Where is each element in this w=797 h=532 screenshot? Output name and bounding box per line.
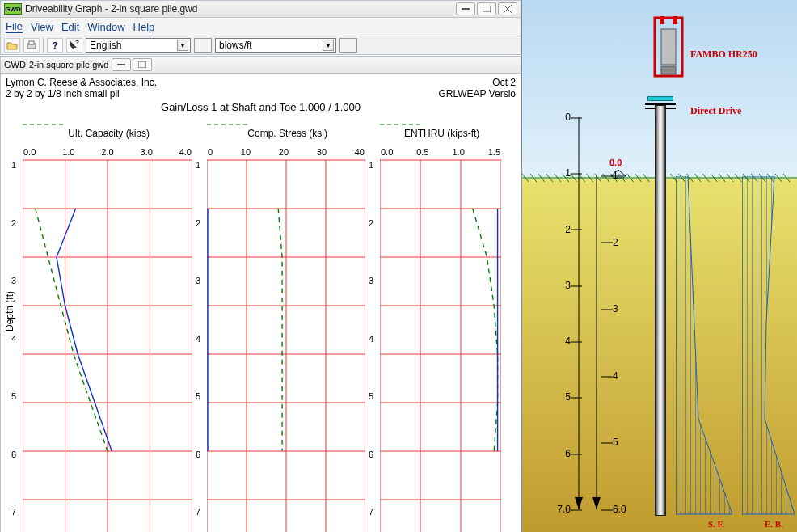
context-help-icon[interactable]: ?: [66, 38, 82, 53]
menu-window[interactable]: Window: [87, 21, 124, 33]
x-tick: 20: [279, 147, 289, 157]
minimize-button[interactable]: [456, 2, 475, 15]
x-tick: 4.0: [179, 147, 192, 157]
y-tick: 7: [369, 507, 373, 517]
y-tick: 3: [369, 276, 373, 285]
y-tick: 2: [11, 218, 16, 228]
company-label: Lymon C. Reese & Associates, Inc.: [6, 77, 157, 88]
ruler-tick: 6: [555, 448, 582, 459]
x-tick: 1.5: [488, 147, 500, 157]
chart-2: ENTHRU (kips-ft)0.00.51.01.512345678: [380, 120, 501, 532]
y-tick: 3: [196, 276, 200, 285]
chart-0: Ult. Capacity (kips)0.01.02.03.04.012345…: [23, 120, 192, 532]
svg-rect-56: [661, 29, 676, 65]
chart-1: Comp. Stress (ksi)01020304012345678: [207, 120, 365, 532]
open-icon[interactable]: [4, 38, 20, 53]
app-badge: GWD: [4, 3, 22, 15]
svg-text:?: ?: [75, 40, 79, 46]
ruler-tick: 1: [555, 167, 582, 179]
language-combo[interactable]: English ▾: [86, 38, 191, 53]
hammer-icon: [652, 16, 685, 94]
ruler-tick: 4: [555, 336, 582, 347]
cushion-icon: [647, 96, 673, 101]
y-tick: 3: [11, 276, 16, 285]
y-tick: 2: [196, 218, 200, 228]
y-tick: 5: [369, 391, 373, 401]
svg-marker-95: [592, 497, 601, 509]
svg-rect-8: [138, 61, 146, 68]
date-label: Oct 2: [492, 77, 516, 88]
svg-rect-0: [462, 8, 470, 10]
menu-edit[interactable]: Edit: [61, 21, 79, 33]
svg-marker-113: [742, 176, 795, 514]
x-tick: 1.0: [452, 147, 464, 157]
child-badge: GWD: [4, 60, 26, 70]
child-title: 2-in square pile.gwd: [29, 60, 108, 70]
x-tick: 10: [241, 147, 251, 157]
x-tick: 40: [355, 147, 365, 157]
svg-rect-54: [660, 16, 664, 24]
units-combo[interactable]: blows/ft ▾: [215, 38, 336, 53]
y-tick: 1: [369, 160, 373, 170]
chevron-down-icon: ▾: [177, 40, 188, 51]
y-tick: 4: [369, 334, 373, 344]
hammer-label: FAMBO HR250: [690, 49, 757, 61]
toolbar: ? ? English ▾ blows/ft ▾: [0, 36, 521, 55]
child-titlebar: GWD 2-in square pile.gwd: [0, 56, 521, 74]
y-tick: 5: [11, 391, 16, 401]
x-tick: 0: [208, 147, 213, 157]
ruler-tick: 5: [601, 437, 618, 448]
chart-title: ENTHRU (kips-ft): [404, 128, 479, 139]
chevron-down-icon: ▾: [323, 40, 334, 51]
ruler-tick: 3: [555, 280, 582, 291]
x-tick: 0.5: [416, 147, 428, 157]
x-tick: 3.0: [141, 147, 153, 157]
svg-rect-1: [483, 6, 491, 12]
print-icon[interactable]: [23, 38, 40, 53]
window-title: Driveability Graph - 2-in square pile.gw…: [25, 3, 453, 15]
ruler-tick: 5: [555, 391, 582, 403]
y-tick: 2: [369, 218, 373, 228]
toolbar-btn-1[interactable]: [194, 38, 212, 53]
y-tick: 1: [11, 160, 16, 170]
x-tick: 0.0: [381, 147, 393, 157]
y-tick: 7: [11, 507, 16, 517]
chart-area: Lymon C. Reese & Associates, Inc. Oct 2 …: [0, 74, 521, 532]
x-tick: 30: [317, 147, 327, 157]
menu-view[interactable]: View: [31, 21, 53, 33]
chart-title: Comp. Stress (ksi): [247, 128, 327, 139]
maximize-button[interactable]: [477, 2, 496, 15]
diagram-pane: FAMBO HR250 Direct Drive 0.0 01234567.0 …: [521, 0, 797, 532]
x-tick: 1.0: [62, 147, 74, 157]
toolbar-btn-2[interactable]: [339, 38, 357, 53]
sf-plot: [676, 176, 732, 516]
close-button[interactable]: [498, 2, 517, 15]
menu-help[interactable]: Help: [133, 21, 155, 33]
ruler-tick: 3: [601, 303, 618, 315]
drive-label: Direct Drive: [690, 105, 741, 117]
child-minimize-button[interactable]: [112, 58, 131, 71]
y-tick: 4: [11, 334, 16, 344]
ruler-tick: 2: [555, 224, 582, 235]
description-label: 2 by 2 by 1/8 inch small pil: [6, 88, 120, 99]
y-tick: 6: [369, 450, 373, 459]
chart-title: Ult. Capacity (kips): [68, 128, 150, 139]
y-tick: 1: [196, 160, 200, 170]
ruler-tick: 2: [601, 237, 618, 248]
eb-label: E. B.: [765, 519, 783, 529]
subtitle-label: Gain/Loss 1 at Shaft and Toe 1.000 / 1.0…: [6, 101, 516, 113]
y-tick: 4: [196, 334, 200, 344]
y-tick: 6: [196, 450, 200, 459]
pile-icon: [655, 105, 666, 516]
main-titlebar: GWD Driveability Graph - 2-in square pil…: [0, 0, 521, 18]
y-tick: 6: [11, 450, 16, 459]
svg-rect-55: [673, 16, 677, 24]
eb-plot: [742, 176, 795, 516]
child-maximize-button[interactable]: [133, 58, 152, 71]
help-icon[interactable]: ?: [47, 38, 63, 53]
svg-marker-111: [676, 176, 732, 514]
ruler-tick: 6.0: [601, 504, 626, 515]
menu-file[interactable]: File: [6, 20, 23, 33]
svg-rect-7: [117, 64, 125, 65]
units-value: blows/ft: [219, 40, 252, 51]
